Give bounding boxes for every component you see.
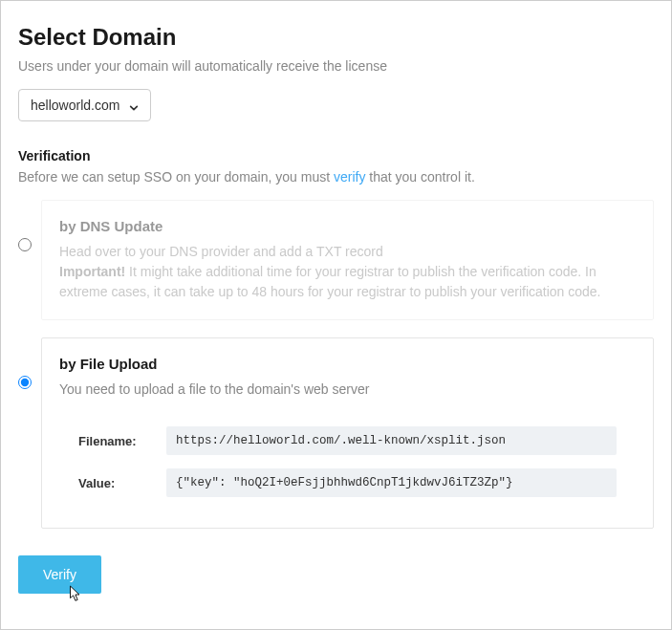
verification-desc-after: that you control it. — [365, 169, 474, 185]
verification-heading: Verification — [18, 148, 654, 163]
page-title: Select Domain — [18, 24, 654, 51]
chevron-down-icon — [129, 100, 139, 110]
verify-button-label: Verify — [43, 567, 76, 582]
verify-button[interactable]: Verify — [18, 555, 101, 594]
option-dns-box[interactable]: by DNS Update Head over to your DNS prov… — [41, 200, 654, 320]
domain-select-value: helloworld.com — [31, 98, 119, 113]
value-label: Value: — [78, 476, 155, 490]
option-file-title: by File Upload — [59, 356, 636, 372]
option-file-row: by File Upload You need to upload a file… — [18, 337, 654, 529]
subtitle: Users under your domain will automatical… — [18, 58, 654, 74]
option-dns-title: by DNS Update — [59, 218, 636, 234]
domain-select[interactable]: helloworld.com — [18, 89, 151, 121]
option-dns-desc: Head over to your DNS provider and add a… — [59, 242, 636, 302]
option-dns-row: by DNS Update Head over to your DNS prov… — [18, 200, 654, 320]
radio-file[interactable] — [18, 376, 32, 389]
option-file-desc: You need to upload a file to the domain'… — [59, 380, 636, 400]
radio-dns[interactable] — [18, 238, 32, 251]
cursor-icon — [66, 584, 83, 605]
verification-desc-before: Before we can setup SSO on your domain, … — [18, 169, 334, 185]
option-file-box[interactable]: by File Upload You need to upload a file… — [41, 337, 654, 529]
value-value: {"key": "hoQ2I+0eFsjjbhhwd6CnpT1jkdwvJ6i… — [166, 468, 617, 497]
file-details: Filename: https://helloworld.com/.well-k… — [59, 426, 636, 497]
verify-link[interactable]: verify — [334, 169, 365, 185]
verification-desc: Before we can setup SSO on your domain, … — [18, 169, 654, 185]
filename-value: https://helloworld.com/.well-known/xspli… — [166, 426, 617, 455]
filename-label: Filename: — [78, 434, 155, 448]
